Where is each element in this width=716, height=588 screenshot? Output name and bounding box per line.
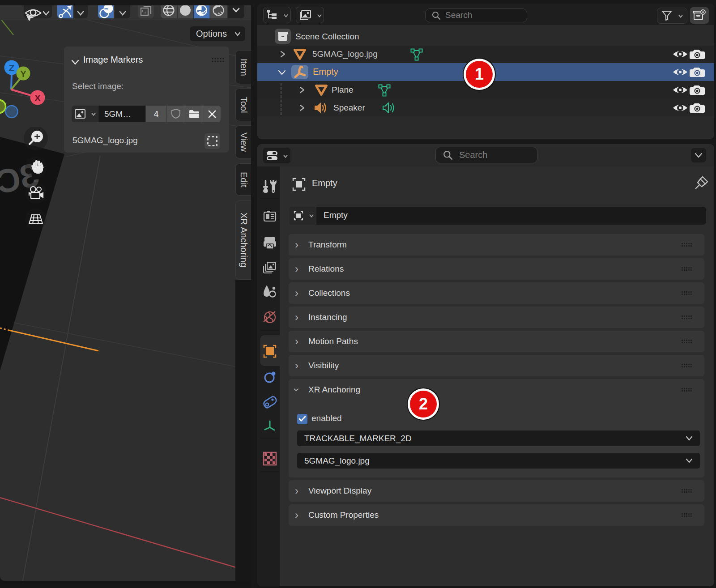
svg-text:Y: Y	[20, 68, 26, 79]
svg-text:Z: Z	[9, 63, 15, 73]
svg-text:X: X	[34, 93, 41, 103]
